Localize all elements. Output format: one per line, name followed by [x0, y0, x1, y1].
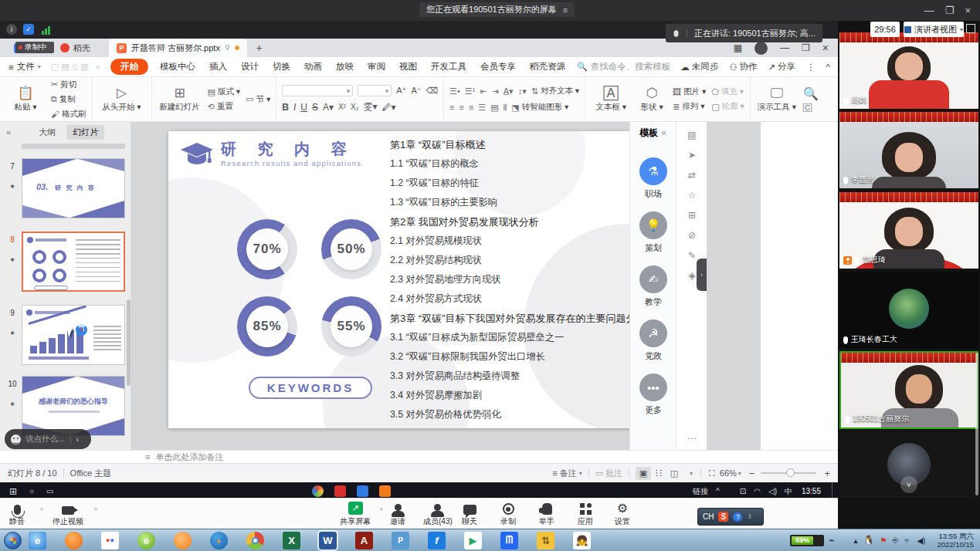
menu-template-center[interactable]: 模板中心 [153, 61, 202, 73]
slide-thumbnail-10[interactable]: 感谢老师们的悉心指导 [22, 376, 125, 436]
slide-thumbnail-8[interactable] [22, 232, 125, 292]
slide-thumbnail-7[interactable]: 03. 研 究 内 容 [22, 158, 125, 218]
paste-button[interactable]: 📋粘贴 ▾ [5, 86, 46, 113]
share-button[interactable]: ↗分享 [768, 61, 795, 73]
ie-icon[interactable]: e [29, 532, 46, 549]
maximize-button[interactable]: ❐ [945, 5, 955, 16]
wifi-icon[interactable]: ◠ [754, 487, 761, 495]
notes-toggle-button[interactable]: ≡ 备注▾ [552, 468, 582, 479]
subscript-button[interactable]: X₂ [351, 103, 359, 111]
collapse-ribbon-icon[interactable]: ^ [826, 63, 830, 72]
flash-icon[interactable]: f [428, 532, 446, 549]
video-panel-scrollbar[interactable] [975, 353, 978, 495]
picture-button[interactable]: 🖼图片 ▾ [673, 86, 706, 98]
sogou-browser-icon[interactable] [65, 532, 83, 549]
menu-start[interactable]: 开始 [110, 59, 148, 75]
wps-maximize-button[interactable]: ❐ [802, 42, 810, 53]
video-tile[interactable]: ˅ [839, 432, 978, 498]
tab-slides[interactable]: 幻灯片 [66, 125, 104, 140]
wps-minimize-button[interactable]: — [780, 42, 789, 53]
battery-indicator[interactable]: 69% [790, 535, 824, 546]
template-cat-workplace[interactable]: ⚗ 职场 [630, 157, 677, 200]
shield-icon[interactable]: ✓ [23, 24, 34, 35]
share-options-chevron[interactable]: ^ [380, 506, 383, 513]
zoom-slider-knob[interactable] [786, 468, 795, 477]
columns-button[interactable]: ⫴ [504, 103, 507, 113]
video-tile[interactable]: 高鹤 [839, 32, 978, 109]
workspace-grid-icon[interactable]: ▦ [734, 42, 742, 53]
new-tab-button[interactable]: + [256, 42, 263, 54]
font-family-select[interactable]: ▾ [282, 85, 353, 96]
notes-bar[interactable]: ≡ 单击此处添加备注 [0, 450, 838, 463]
menu-transition[interactable]: 切换 [266, 61, 297, 73]
app-blue-icon[interactable] [357, 485, 368, 497]
video-tile-active-speaker[interactable]: 190501古丽努尔 [839, 351, 978, 429]
members-button[interactable]: 成员(43) [423, 501, 453, 527]
increase-indent-button[interactable]: ⇥ [492, 86, 499, 96]
langbar-arrows-icon[interactable]: ⇕ [747, 513, 752, 520]
collapse-panel-icon[interactable]: « [6, 127, 11, 137]
shapes-button[interactable]: ⬡形状 ▾ [636, 86, 667, 113]
fullscreen-icon[interactable] [966, 24, 975, 33]
stop-video-button[interactable]: 停止视频 [53, 501, 83, 527]
language-bar[interactable]: CH S ? ⇕ [697, 508, 764, 526]
acrobat-icon[interactable]: A [355, 532, 373, 549]
distribute-button[interactable]: ▤ [490, 103, 498, 113]
system-clock[interactable]: 13:55 周六 2022/10/15 [937, 532, 974, 549]
format-painter-button[interactable]: 🖌格式刷 [51, 108, 86, 120]
bold-button[interactable]: B [282, 102, 289, 113]
command-search[interactable]: 🔍 查找命令、搜索模板 [577, 61, 670, 73]
menu-member[interactable]: 会员专享 [473, 61, 523, 73]
task-view-icon[interactable]: ▭ [46, 487, 53, 495]
view-dropdown-icon[interactable]: ▾ [690, 470, 693, 477]
outline-button[interactable]: ▢轮廓 ▾ [711, 100, 744, 113]
menu-design[interactable]: 设计 [234, 61, 266, 73]
copy-button[interactable]: ⧉复制 [51, 93, 86, 106]
banner-menu-icon[interactable]: ≡ [563, 5, 568, 15]
info-icon[interactable]: i [6, 24, 17, 35]
normal-view-button[interactable]: ▣ [636, 467, 651, 480]
tab-document[interactable]: P 开题答辩 古丽努尔.pptx ⚲ [109, 39, 247, 57]
tab-home[interactable]: 首页 录制中 [6, 39, 53, 57]
record-button[interactable]: 录制 [500, 501, 516, 527]
video-tile[interactable]: 李慧男 [839, 112, 978, 188]
help-icon[interactable]: ⊘ [677, 225, 707, 245]
sorter-view-button[interactable]: ᎒᎒ [651, 467, 666, 480]
power-plug-icon[interactable]: ⌁ [829, 535, 834, 546]
avatar[interactable] [754, 42, 768, 55]
collaborate-button[interactable]: ⚇协作 [729, 61, 757, 73]
align-text-button[interactable]: ⇅对齐文本 ▾ [531, 85, 579, 97]
usb-icon[interactable]: ⎆ [892, 536, 898, 545]
zoom-slider[interactable] [761, 472, 816, 474]
meeting-panel-handle[interactable]: › [697, 259, 707, 291]
raise-hand-button[interactable]: 举手 [539, 501, 554, 527]
reading-view-button[interactable]: ◫ [666, 467, 682, 480]
video-tile[interactable]: 范思琦 [839, 192, 978, 269]
template-cat-more[interactable]: ••• 更多 [630, 374, 677, 416]
foxit-pdf-icon[interactable]: P [392, 532, 409, 549]
align-left-button[interactable]: ≡ [449, 103, 454, 112]
quick-chat-bar[interactable]: 说点什么... | ‹ [5, 429, 91, 449]
app-orange-icon[interactable] [379, 485, 391, 497]
zoom-level[interactable]: 66%▾ [720, 468, 741, 478]
quick-access-icons[interactable]: ▢▤⎙▥ » [51, 62, 103, 72]
start-icon[interactable]: ⊞ [9, 486, 17, 497]
tab-docer[interactable]: 稻壳 [53, 39, 98, 57]
menu-docer-resources[interactable]: 稻壳资源 [523, 61, 572, 73]
ribbon-search-icon[interactable]: 🔍 [803, 86, 819, 101]
minimize-button[interactable]: — [924, 5, 934, 16]
links-toolbar[interactable]: 链接 [693, 486, 708, 497]
clear-format-icon[interactable]: ⌫ [426, 86, 439, 96]
ime-lang-indicator[interactable]: 中 [785, 486, 792, 497]
cut-button[interactable]: ✂剪切 [51, 79, 86, 91]
excel-icon[interactable]: X [283, 532, 300, 549]
browser-icon[interactable] [312, 485, 324, 497]
chat-button[interactable]: 聊天 [462, 501, 477, 527]
pin-icon[interactable]: ⚲ [225, 44, 230, 52]
animation-pane-icon[interactable]: ➤ [677, 145, 707, 165]
apps-button[interactable]: 应用 [578, 501, 593, 527]
menu-slideshow[interactable]: 放映 [329, 61, 361, 73]
search-circle-icon[interactable]: ○ [29, 487, 34, 495]
transition-icon[interactable]: ⇄ [677, 165, 707, 185]
settings-button[interactable]: ⚙ 设置 [615, 501, 630, 527]
